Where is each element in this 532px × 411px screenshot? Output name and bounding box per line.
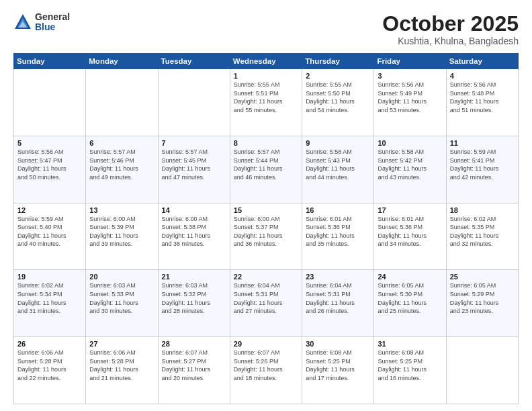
day-number: 6 [89,139,154,147]
calendar-cell: 23Sunrise: 6:04 AM Sunset: 5:31 PM Dayli… [302,270,374,337]
day-info: Sunrise: 6:00 AM Sunset: 5:37 PM Dayligh… [234,215,298,248]
calendar-cell: 24Sunrise: 6:05 AM Sunset: 5:30 PM Dayli… [374,270,446,337]
day-info: Sunrise: 6:07 AM Sunset: 5:26 PM Dayligh… [234,349,298,382]
weekday-header-tuesday: Tuesday [158,54,230,69]
calendar-week-4: 26Sunrise: 6:06 AM Sunset: 5:28 PM Dayli… [14,337,519,404]
day-number: 13 [89,206,154,214]
day-info: Sunrise: 5:57 AM Sunset: 5:44 PM Dayligh… [234,148,298,181]
day-info: Sunrise: 6:04 AM Sunset: 5:31 PM Dayligh… [234,281,298,315]
calendar-cell: 14Sunrise: 6:00 AM Sunset: 5:38 PM Dayli… [158,203,230,270]
day-info: Sunrise: 5:55 AM Sunset: 5:50 PM Dayligh… [306,81,370,114]
header: General Blue October 2025 Kushtia, Khuln… [13,12,519,46]
day-info: Sunrise: 6:06 AM Sunset: 5:28 PM Dayligh… [89,349,154,382]
day-number: 16 [306,206,370,214]
calendar-cell: 26Sunrise: 6:06 AM Sunset: 5:28 PM Dayli… [14,337,86,404]
day-number: 7 [162,139,226,147]
calendar-cell: 7Sunrise: 5:57 AM Sunset: 5:45 PM Daylig… [158,136,230,203]
weekday-header-saturday: Saturday [446,54,518,69]
calendar-cell: 21Sunrise: 6:03 AM Sunset: 5:32 PM Dayli… [158,270,230,337]
day-number: 24 [378,273,442,281]
calendar-cell: 15Sunrise: 6:00 AM Sunset: 5:37 PM Dayli… [230,203,302,270]
day-info: Sunrise: 5:55 AM Sunset: 5:51 PM Dayligh… [234,81,298,114]
weekday-header-wednesday: Wednesday [230,54,302,69]
day-number: 20 [89,273,154,281]
calendar-cell: 22Sunrise: 6:04 AM Sunset: 5:31 PM Dayli… [230,270,302,337]
day-number: 3 [378,72,442,80]
calendar-cell: 27Sunrise: 6:06 AM Sunset: 5:28 PM Dayli… [86,337,158,404]
calendar-cell [86,69,158,136]
day-info: Sunrise: 5:58 AM Sunset: 5:43 PM Dayligh… [306,148,370,181]
day-number: 15 [234,206,298,214]
calendar-cell [446,337,518,404]
calendar-cell: 28Sunrise: 6:07 AM Sunset: 5:27 PM Dayli… [158,337,230,404]
calendar-cell: 11Sunrise: 5:59 AM Sunset: 5:41 PM Dayli… [446,136,518,203]
calendar-cell: 12Sunrise: 5:59 AM Sunset: 5:40 PM Dayli… [14,203,86,270]
day-number: 10 [378,139,442,147]
day-number: 2 [306,72,370,80]
day-number: 28 [162,340,226,348]
day-number: 1 [234,72,298,80]
calendar-cell [14,69,86,136]
day-number: 19 [17,273,82,281]
calendar-cell: 31Sunrise: 6:08 AM Sunset: 5:25 PM Dayli… [374,337,446,404]
page: General Blue October 2025 Kushtia, Khuln… [0,0,532,411]
day-number: 4 [450,72,515,80]
day-info: Sunrise: 5:57 AM Sunset: 5:46 PM Dayligh… [89,148,154,181]
calendar-cell: 3Sunrise: 5:56 AM Sunset: 5:49 PM Daylig… [374,69,446,136]
day-info: Sunrise: 6:05 AM Sunset: 5:29 PM Dayligh… [450,281,515,315]
calendar-cell: 17Sunrise: 6:01 AM Sunset: 5:36 PM Dayli… [374,203,446,270]
day-number: 8 [234,139,298,147]
month-title: October 2025 [382,12,519,36]
day-info: Sunrise: 6:05 AM Sunset: 5:30 PM Dayligh… [378,281,442,315]
day-info: Sunrise: 6:02 AM Sunset: 5:34 PM Dayligh… [17,281,82,315]
day-info: Sunrise: 6:04 AM Sunset: 5:31 PM Dayligh… [306,281,370,315]
day-info: Sunrise: 5:56 AM Sunset: 5:47 PM Dayligh… [17,148,82,181]
day-info: Sunrise: 6:01 AM Sunset: 5:36 PM Dayligh… [306,215,370,248]
day-number: 14 [162,206,226,214]
logo: General Blue [13,12,70,33]
day-info: Sunrise: 6:03 AM Sunset: 5:33 PM Dayligh… [89,281,154,315]
calendar-cell: 9Sunrise: 5:58 AM Sunset: 5:43 PM Daylig… [302,136,374,203]
day-number: 22 [234,273,298,281]
day-number: 29 [234,340,298,348]
day-number: 21 [162,273,226,281]
day-info: Sunrise: 6:00 AM Sunset: 5:39 PM Dayligh… [89,215,154,248]
day-number: 5 [17,139,82,147]
day-number: 11 [450,139,515,147]
day-info: Sunrise: 5:59 AM Sunset: 5:40 PM Dayligh… [17,215,82,248]
day-number: 18 [450,206,515,214]
day-info: Sunrise: 5:57 AM Sunset: 5:45 PM Dayligh… [162,148,226,181]
calendar-cell [158,69,230,136]
day-number: 30 [306,340,370,348]
calendar-cell: 2Sunrise: 5:55 AM Sunset: 5:50 PM Daylig… [302,69,374,136]
calendar-cell: 19Sunrise: 6:02 AM Sunset: 5:34 PM Dayli… [14,270,86,337]
day-info: Sunrise: 5:56 AM Sunset: 5:49 PM Dayligh… [378,81,442,114]
calendar-cell: 5Sunrise: 5:56 AM Sunset: 5:47 PM Daylig… [14,136,86,203]
location: Kushtia, Khulna, Bangladesh [382,36,519,46]
calendar-cell: 18Sunrise: 6:02 AM Sunset: 5:35 PM Dayli… [446,203,518,270]
day-number: 26 [17,340,82,348]
calendar-week-3: 19Sunrise: 6:02 AM Sunset: 5:34 PM Dayli… [14,270,519,337]
weekday-header-friday: Friday [374,54,446,69]
day-info: Sunrise: 6:01 AM Sunset: 5:36 PM Dayligh… [378,215,442,248]
calendar-cell: 10Sunrise: 5:58 AM Sunset: 5:42 PM Dayli… [374,136,446,203]
day-number: 23 [306,273,370,281]
calendar-cell: 30Sunrise: 6:08 AM Sunset: 5:25 PM Dayli… [302,337,374,404]
logo-blue: Blue [35,22,70,32]
title-block: October 2025 Kushtia, Khulna, Bangladesh [382,12,519,46]
calendar-cell: 1Sunrise: 5:55 AM Sunset: 5:51 PM Daylig… [230,69,302,136]
logo-text: General Blue [35,12,70,33]
day-info: Sunrise: 5:58 AM Sunset: 5:42 PM Dayligh… [378,148,442,181]
calendar-cell: 20Sunrise: 6:03 AM Sunset: 5:33 PM Dayli… [86,270,158,337]
calendar-cell: 8Sunrise: 5:57 AM Sunset: 5:44 PM Daylig… [230,136,302,203]
day-number: 17 [378,206,442,214]
day-info: Sunrise: 6:02 AM Sunset: 5:35 PM Dayligh… [450,215,515,248]
calendar-cell: 6Sunrise: 5:57 AM Sunset: 5:46 PM Daylig… [86,136,158,203]
calendar-week-0: 1Sunrise: 5:55 AM Sunset: 5:51 PM Daylig… [14,69,519,136]
calendar-cell: 16Sunrise: 6:01 AM Sunset: 5:36 PM Dayli… [302,203,374,270]
calendar-cell: 13Sunrise: 6:00 AM Sunset: 5:39 PM Dayli… [86,203,158,270]
day-info: Sunrise: 6:06 AM Sunset: 5:28 PM Dayligh… [17,349,82,382]
day-info: Sunrise: 6:08 AM Sunset: 5:25 PM Dayligh… [378,349,442,382]
day-info: Sunrise: 6:08 AM Sunset: 5:25 PM Dayligh… [306,349,370,382]
day-info: Sunrise: 6:00 AM Sunset: 5:38 PM Dayligh… [162,215,226,248]
